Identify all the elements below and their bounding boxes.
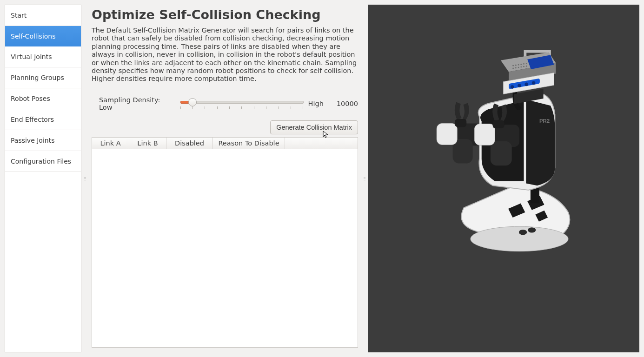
svg-point-13 (515, 65, 517, 66)
slider-thumb[interactable] (188, 98, 197, 106)
svg-point-0 (471, 226, 568, 251)
svg-point-17 (526, 63, 527, 64)
collision-table: Link A Link B Disabled Reason To Disable (92, 137, 358, 348)
sidebar-item-configuration-files[interactable]: Configuration Files (5, 151, 81, 172)
svg-point-15 (520, 64, 522, 65)
slider-track (180, 101, 304, 104)
sidebar-label: Robot Poses (11, 95, 50, 102)
svg-point-14 (518, 64, 519, 66)
col-link-a[interactable]: Link A (92, 138, 129, 149)
svg-point-28 (532, 81, 536, 85)
sidebar-item-end-effectors[interactable]: End Effectors (5, 109, 81, 130)
splitter-right[interactable] (364, 172, 365, 185)
svg-point-18 (512, 68, 514, 69)
generate-collision-matrix-button[interactable]: Generate Collision Matrix (270, 120, 358, 134)
sampling-density-row: Sampling Density: Low High 10000 (92, 96, 358, 111)
table-header-row: Link A Link B Disabled Reason To Disable (92, 138, 358, 149)
sidebar-label: Self-Collisions (11, 33, 56, 40)
svg-point-26 (518, 84, 521, 87)
density-label-high: High (308, 100, 324, 107)
col-reason[interactable]: Reason To Disable (213, 138, 285, 149)
svg-point-2 (528, 227, 536, 232)
svg-point-27 (524, 83, 528, 86)
svg-point-1 (519, 230, 527, 235)
density-label-low: Sampling Density: Low (99, 96, 176, 111)
sidebar-item-self-collisions[interactable]: Self-Collisions (5, 26, 81, 46)
col-disabled[interactable]: Disabled (166, 138, 213, 149)
sidebar-label: Passive Joints (11, 137, 54, 144)
svg-point-25 (511, 85, 514, 89)
sidebar-label: Planning Groups (11, 74, 64, 81)
svg-point-20 (518, 67, 519, 68)
density-slider[interactable] (180, 97, 304, 110)
svg-rect-9 (491, 141, 512, 166)
slider-ticks (180, 106, 304, 110)
sidebar-label: Configuration Files (11, 158, 71, 165)
sidebar-item-virtual-joints[interactable]: Virtual Joints (5, 46, 81, 67)
svg-point-22 (523, 66, 524, 67)
sidebar-item-robot-poses[interactable]: Robot Poses (5, 88, 81, 109)
svg-rect-6 (437, 123, 457, 145)
svg-text:PR2: PR2 (539, 118, 550, 124)
sidebar-label: End Effectors (11, 116, 54, 123)
svg-point-21 (520, 66, 522, 68)
main-panel: Optimize Self-Collision Checking The Def… (89, 5, 361, 352)
page-title: Optimize Self-Collision Checking (92, 7, 358, 22)
svg-point-12 (512, 65, 514, 66)
svg-rect-10 (474, 124, 495, 145)
table-body-empty (92, 149, 358, 347)
svg-point-16 (523, 63, 524, 65)
svg-rect-11 (493, 120, 505, 128)
svg-point-23 (526, 66, 527, 67)
sidebar-item-start[interactable]: Start (5, 5, 81, 26)
sidebar-item-passive-joints[interactable]: Passive Joints (5, 130, 81, 151)
splitter-left[interactable] (84, 172, 86, 185)
sidebar-item-planning-groups[interactable]: Planning Groups (5, 67, 81, 88)
sidebar-label: Start (11, 12, 27, 19)
density-value: 10000 (337, 100, 358, 107)
col-link-b[interactable]: Link B (129, 138, 166, 149)
page-description: The Default Self-Collision Matrix Genera… (92, 26, 358, 83)
robot-model-icon: PR2 (368, 5, 639, 352)
svg-point-19 (515, 67, 517, 69)
robot-3d-viewer[interactable]: PR2 (368, 5, 639, 352)
svg-rect-7 (455, 119, 466, 127)
sidebar-label: Virtual Joints (11, 53, 52, 60)
sidebar: Start Self-Collisions Virtual Joints Pla… (5, 5, 81, 352)
